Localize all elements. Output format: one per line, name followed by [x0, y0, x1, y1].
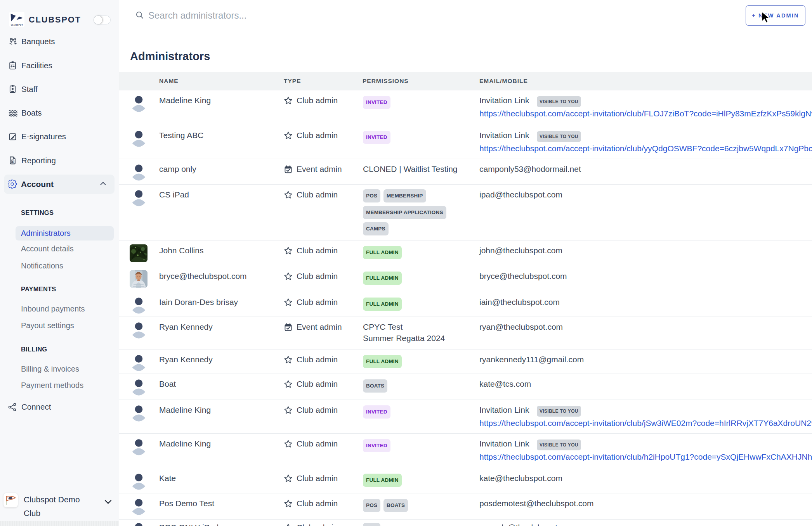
svg-text:$: $: [12, 160, 14, 163]
svg-text:CLUBSPOT: CLUBSPOT: [11, 24, 23, 26]
